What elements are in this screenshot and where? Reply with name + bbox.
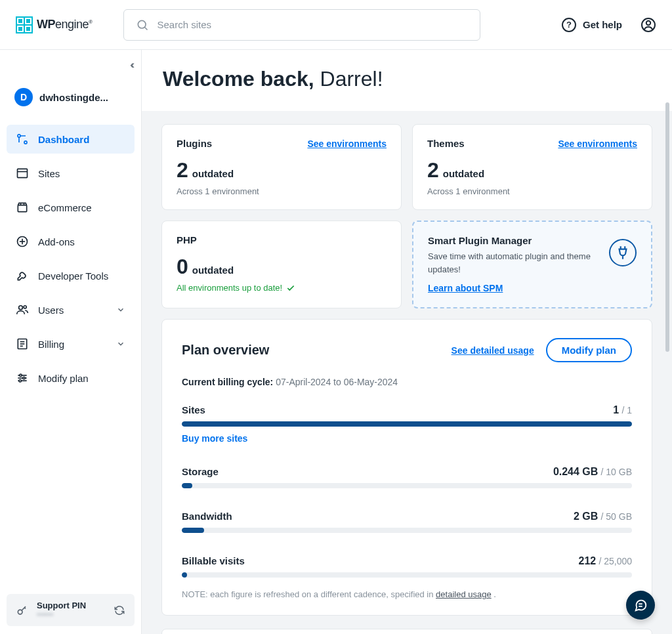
sidebar-item-ecommerce[interactable]: eCommerce <box>7 193 135 222</box>
top-header: WPengine® ? Get help <box>0 0 672 50</box>
support-pin-card[interactable]: Support PIN •••••• <box>7 594 135 626</box>
welcome-name: Darrel! <box>320 67 383 91</box>
sidebar-item-label: eCommerce <box>38 202 92 213</box>
svg-rect-6 <box>18 169 28 177</box>
usage-bar <box>182 528 632 533</box>
chevron-down-icon <box>116 339 125 349</box>
spm-card: Smart Plugin Manager Save time with auto… <box>412 221 652 308</box>
search-input[interactable] <box>157 19 468 30</box>
get-help-link[interactable]: ? Get help <box>562 18 622 32</box>
card-title: PHP <box>177 234 197 245</box>
usage-note: NOTE: each figure is refreshed on a diff… <box>182 589 632 599</box>
detailed-usage-link[interactable]: See detailed usage <box>452 345 534 356</box>
plugins-card: Plugins See environments 2 outdated Acro… <box>161 124 402 210</box>
sidebar-item-label: Dashboard <box>38 134 89 145</box>
account-name: dwhostingde... <box>39 92 108 103</box>
usage-label: Billable visits <box>182 555 245 566</box>
usage-value: 212 / 25,000 <box>579 555 632 567</box>
svg-point-4 <box>18 135 20 137</box>
page-title: Welcome back, Darrel! <box>163 67 651 91</box>
addons-icon <box>16 235 29 248</box>
search-field[interactable] <box>123 9 480 41</box>
see-environments-link[interactable]: See environments <box>307 138 387 149</box>
sidebar-item-label: Sites <box>38 168 60 179</box>
sidebar-item-modify-plan[interactable]: Modify plan <box>7 364 135 392</box>
profile-icon[interactable] <box>640 17 656 33</box>
usage-bar-fill <box>182 572 187 578</box>
card-title: Plugins <box>177 138 212 149</box>
sidebar-item-billing[interactable]: Billing <box>7 329 135 358</box>
sidebar-item-dashboard[interactable]: Dashboard <box>7 125 135 154</box>
usage-bar-fill <box>182 528 204 533</box>
welcome-banner: Welcome back, Darrel! <box>142 50 672 111</box>
svg-point-13 <box>24 306 26 308</box>
logo-mark-icon <box>16 16 33 33</box>
card-title: Themes <box>427 138 465 149</box>
sidebar-item-sites[interactable]: Sites <box>7 159 135 188</box>
header-right: ? Get help <box>562 17 656 33</box>
detailed-usage-inline-link[interactable]: detailed usage <box>436 589 492 599</box>
account-avatar: D <box>14 88 33 106</box>
svg-point-23 <box>19 380 21 382</box>
usage-value: 1 / 1 <box>613 404 632 416</box>
usage-row-bandwidth: Bandwidth 2 GB / 50 GB <box>182 511 632 533</box>
learn-spm-link[interactable]: Learn about SPM <box>428 283 503 293</box>
modify-icon <box>16 371 29 385</box>
usage-bar <box>182 421 632 427</box>
usage-bar-fill <box>182 483 192 488</box>
svg-line-1 <box>145 27 148 30</box>
svg-point-12 <box>19 306 23 310</box>
billing-icon <box>16 337 29 350</box>
usage-label: Bandwidth <box>182 511 232 522</box>
plugin-icon <box>609 239 637 266</box>
metric-status: outdated <box>192 168 234 179</box>
spm-title: Smart Plugin Manager <box>428 235 601 246</box>
sidebar-item-label: Billing <box>38 339 64 350</box>
sidebar-item-label: Modify plan <box>38 373 89 384</box>
sidebar-item-addons[interactable]: Add-ons <box>7 227 135 256</box>
buy-more-sites-link[interactable]: Buy more sites <box>182 433 632 444</box>
sidebar-item-label: Add-ons <box>38 236 75 247</box>
svg-point-0 <box>138 20 146 28</box>
svg-rect-8 <box>18 205 26 212</box>
scrollbar-thumb[interactable] <box>665 102 669 352</box>
users-icon <box>16 303 29 316</box>
key-icon <box>16 604 29 617</box>
metric-count: 0 <box>177 255 188 279</box>
sidebar: ‹‹ D dwhostingde... Dashboard Sites eCom… <box>0 50 142 634</box>
refresh-icon[interactable] <box>114 604 125 616</box>
spm-desc: Save time with automatic plugin and them… <box>428 250 601 276</box>
metric-count: 2 <box>177 158 188 182</box>
collapse-sidebar-icon[interactable]: ‹‹ <box>130 59 132 71</box>
logo-text: WPengine® <box>37 18 92 32</box>
sidebar-item-users[interactable]: Users <box>7 295 135 324</box>
logo[interactable]: WPengine® <box>16 16 92 33</box>
metric-status: outdated <box>443 168 484 179</box>
usage-label: Sites <box>182 404 205 415</box>
metric-sub: Across 1 environment <box>427 186 637 196</box>
usage-bar-fill <box>182 421 632 427</box>
sidebar-item-label: Developer Tools <box>38 270 108 282</box>
next-card-peek <box>161 629 652 634</box>
ecommerce-icon <box>16 201 29 214</box>
plan-overview-card: Plan overview See detailed usage Modify … <box>161 319 652 616</box>
modify-plan-button[interactable]: Modify plan <box>546 338 632 362</box>
svg-point-21 <box>20 374 22 376</box>
svg-point-24 <box>18 610 22 614</box>
chat-button[interactable] <box>626 591 655 620</box>
sidebar-item-label: Users <box>38 305 64 316</box>
account-selector[interactable]: D dwhostingde... <box>7 83 135 112</box>
php-card: PHP 0 outdated All environments up to da… <box>161 221 402 308</box>
usage-bar <box>182 572 632 578</box>
metric-count: 2 <box>427 158 439 182</box>
usage-label: Storage <box>182 466 219 477</box>
billing-cycle-text: Current billing cycle: 07-April-2024 to … <box>182 377 632 387</box>
usage-row-visits: Billable visits 212 / 25,000 <box>182 555 632 578</box>
chevron-down-icon <box>116 305 125 314</box>
support-pin-label: Support PIN <box>37 601 86 610</box>
sidebar-item-devtools[interactable]: Developer Tools <box>7 261 135 290</box>
usage-value: 0.244 GB / 10 GB <box>553 466 632 478</box>
see-environments-link[interactable]: See environments <box>558 138 637 149</box>
search-icon <box>136 18 149 32</box>
usage-value: 2 GB / 50 GB <box>574 511 632 522</box>
